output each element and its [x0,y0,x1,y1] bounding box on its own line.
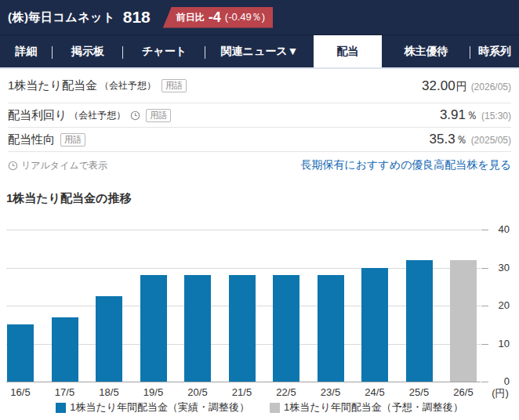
chart-bar-21/5 [229,275,256,382]
clock-icon [8,161,18,171]
dividend-info: 1株当たり配当金 （会社予想） 用語 32.00 円 (2026/05) 配当利… [0,69,519,152]
y-axis-label: 10 [483,338,510,349]
y-axis-unit-label: (円) [483,386,517,400]
nav-tab-4[interactable]: 関連ニュース▼ [205,35,314,67]
x-axis-label: 22/5 [267,386,305,398]
row-dividend-per-share: 1株当たり配当金 （会社予想） 用語 32.00 円 (2026/05) [8,69,511,103]
legend-label-actual: 1株当たり年間配当金（実績・調整後） [70,400,249,415]
change-value: -4 [209,9,221,26]
realtime-note-label: リアルタイムで表示 [21,159,107,172]
high-dividend-stocks-link[interactable]: 長期保有におすすめの優良高配当株を見る [300,158,511,172]
glossary-badge[interactable]: 用語 [162,79,187,92]
x-axis-label: 16/5 [2,386,39,398]
payout-note: (2025/05) [471,135,511,146]
realtime-note: リアルタイムで表示 [8,159,107,172]
chart-title: 1株当たり配当金の推移 [6,191,519,207]
dividend-page: (株)毎日コムネット 818 前日比 -4 (-0.49％) 詳細掲示板チャート… [0,0,519,420]
chart-bar-22/5 [273,275,299,382]
payout-value: 35.3 [430,132,455,147]
y-axis-label: 30 [483,262,510,273]
change-percent: (-0.49％) [225,10,265,24]
glossary-badge[interactable]: 用語 [146,109,171,122]
y-axis-label: 20 [483,299,510,311]
clock-icon [130,110,140,121]
legend-swatch-forecast [270,403,280,413]
chart-bar-16/5 [7,324,34,382]
payout-unit: ％ [456,133,467,147]
chart-legend: 1株当たり年間配当金（実績・調整後） 1株当たり年間配当金（予想・調整後） [0,400,519,415]
nav-tab-1[interactable]: 詳細 [0,35,53,67]
legend-item-actual: 1株当たり年間配当金（実績・調整後） [56,400,249,415]
change-badge: 前日比 -4 (-0.49％) [163,7,273,28]
x-axis-label: 21/5 [223,386,261,398]
legend-swatch-actual [56,403,66,413]
x-axis-label: 19/5 [135,386,172,398]
glossary-badge[interactable]: 用語 [60,133,85,147]
chart-bar-25/5 [406,260,433,382]
row-payout-ratio: 配当性向 用語 35.3 ％ (2025/05) [8,128,511,152]
row-sublabel: （会社予想） [69,109,125,122]
nav-tab-7[interactable]: 時系列 [470,35,519,67]
nav-tab-3[interactable]: チャート [123,35,205,67]
x-axis-label: 20/5 [179,386,216,398]
row-label: 配当性向 [8,132,55,147]
change-label: 前日比 [176,11,205,24]
stock-price: 818 [123,8,151,27]
stock-header: (株)毎日コムネット 818 前日比 -4 (-0.49％) [0,0,519,34]
gridline-40 [6,230,481,230]
nav-tab-2[interactable]: 掲示板 [53,35,123,67]
x-axis-label: 17/5 [46,386,84,398]
yield-unit: ％ [466,109,477,123]
dividend-value: 32.00 [422,78,455,94]
chart-bar-23/5 [318,275,344,382]
legend-label-forecast: 1株当たり年間配当金（予想・調整後） [284,400,463,415]
nav-tabs: 詳細掲示板チャート関連ニュース▼配当株主優待時系列 [0,34,519,69]
dividend-history-chart: 1株当たり年間配当金（実績・調整後） 1株当たり年間配当金（予想・調整後） 01… [0,218,519,420]
x-axis-label: 23/5 [312,386,350,398]
x-axis-label: 26/5 [445,386,482,398]
x-axis-label: 18/5 [90,386,128,398]
chart-bar-20/5 [184,275,211,382]
y-axis-label: 0 [483,375,510,387]
chart-bar-26/5 [450,260,477,382]
chart-bar-24/5 [361,268,388,382]
realtime-row: リアルタイムで表示 長期保有におすすめの優良高配当株を見る [0,152,519,179]
chart-bar-18/5 [96,296,122,382]
company-name: (株)毎日コムネット [8,10,115,25]
dividend-unit: 円 [456,80,467,94]
x-axis-label: 25/5 [401,386,438,398]
nav-tab-5[interactable]: 配当 [314,35,382,67]
chart-bar-17/5 [52,317,78,382]
gridline-0 [6,382,481,382]
row-sublabel: （会社予想） [100,79,156,92]
legend-item-forecast: 1株当たり年間配当金（予想・調整後） [270,400,463,415]
nav-tab-6[interactable]: 株主優待 [382,35,470,67]
row-label: 配当利回り [8,108,67,123]
yield-note: (15:30) [481,110,511,121]
row-dividend-yield: 配当利回り （会社予想） 用語 3.91 ％ (15:30) [8,103,511,128]
chart-bar-19/5 [140,275,167,382]
yield-value: 3.91 [440,107,466,123]
y-axis-label: 40 [483,223,510,235]
row-label: 1株当たり配当金 [8,78,97,93]
x-axis-label: 24/5 [356,386,394,398]
dividend-note: (2026/05) [471,81,511,92]
